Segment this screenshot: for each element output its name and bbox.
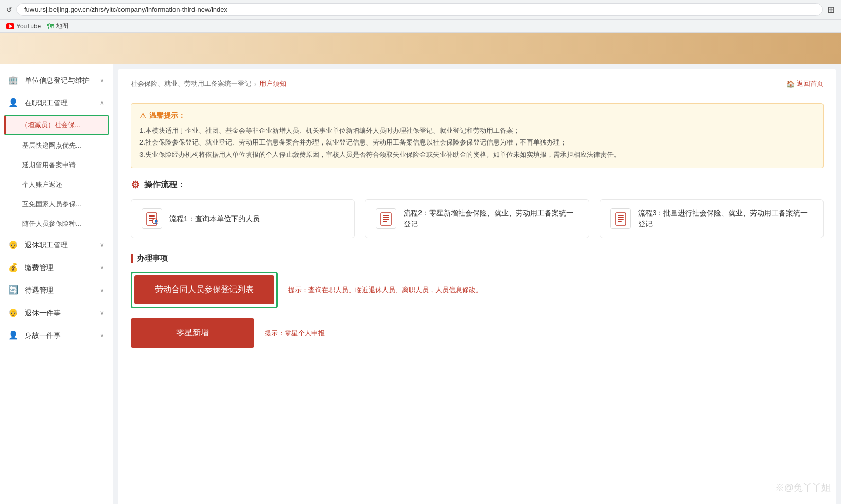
breadcrumb-home[interactable]: 🏠 返回首页 — [786, 79, 824, 88]
contract-list-hint: 提示：查询在职人员、临近退休人员、离职人员，人员信息修改。 — [288, 285, 482, 295]
operation-flow-icon: ⚙ — [131, 178, 140, 191]
flow-card-1[interactable]: 👤 流程1：查询本单位下的人员 — [131, 199, 355, 238]
pension-management-icon: 🔄 — [8, 285, 19, 294]
browser-chrome: ↺ fuwu.rsj.beijing.gov.cn/zhrs/yltc/comp… — [0, 0, 841, 20]
sidebar-section-unit-info-arrow: ∨ — [100, 77, 104, 84]
sidebar-section-pension-management-arrow: ∨ — [100, 286, 104, 294]
warning-title: ⚠ 温馨提示： — [139, 111, 815, 120]
content-area: 社会保险、就业、劳动用工备案统一登记 › 用户须知 🏠 返回首页 ⚠ 温馨提示：… — [118, 69, 836, 504]
youtube-icon — [6, 23, 14, 29]
sidebar-section-retired-employee-label: 退休职工管理 — [25, 241, 68, 249]
svg-rect-14 — [618, 219, 624, 220]
sidebar-item-personal-account[interactable]: 个人账户返还 — [0, 175, 113, 194]
death-matter-icon: 👤 — [8, 331, 19, 339]
sidebar-section-retirement-matter-label: 退休一件事 — [25, 309, 61, 317]
flow-card-3[interactable]: 流程3：批量进行社会保险、就业、劳动用工备案统一登记 — [600, 199, 824, 238]
main-layout: 🏢 单位信息登记与维护 ∨ 👤 在职职工管理 ∧ （增减员）社会保... 基层快… — [0, 64, 841, 504]
operation-flow-title-text: 操作流程： — [144, 179, 185, 190]
warning-body: 1.本模块适用于企业、社团、基金会等非企业新增人员、机关事业单位新增编外人员时办… — [139, 124, 815, 160]
contract-list-border: 劳动合同人员参保登记列表 — [131, 272, 278, 308]
sidebar-section-unit-info[interactable]: 🏢 单位信息登记与维护 ∨ — [0, 69, 113, 92]
sidebar-item-mutual-exempt[interactable]: 互免国家人员参保... — [0, 194, 113, 214]
sidebar-section-fee-management-label: 缴费管理 — [25, 263, 54, 272]
sidebar-item-accompanying[interactable]: 随任人员参保险种... — [0, 214, 113, 233]
sidebar-section-pension-management-label: 待遇管理 — [25, 286, 54, 294]
sidebar-item-accompanying-label: 随任人员参保险种... — [22, 220, 81, 227]
sidebar-item-grassroots-label: 基层快递网点优先... — [22, 141, 81, 149]
svg-rect-12 — [618, 215, 624, 216]
sidebar-item-delayed-label: 延期留用备案申请 — [22, 161, 76, 169]
map-label: 地图 — [56, 22, 68, 30]
reload-icon[interactable]: ↺ — [6, 6, 12, 14]
sidebar-section-death-matter-label: 身故一件事 — [25, 331, 61, 339]
sidebar-item-personal-account-label: 个人账户返还 — [22, 181, 62, 188]
map-icon: 🗺 — [47, 22, 54, 30]
svg-rect-10 — [383, 221, 387, 222]
flow-card-2-text: 流程2：零星新增社会保险、就业、劳动用工备案统一登记 — [404, 208, 578, 229]
sidebar-section-death-matter[interactable]: 👤 身故一件事 ∨ — [0, 324, 113, 347]
svg-text:👤: 👤 — [154, 219, 159, 224]
zero-add-hint: 提示：零星个人申报 — [265, 329, 325, 338]
warning-line-2: 2.社会保险参保登记、就业登记、劳动用工信息备案合并办理，就业登记信息、劳动用工… — [139, 136, 815, 148]
header-banner — [0, 33, 841, 64]
operation-flow-title: ⚙ 操作流程： — [131, 178, 824, 191]
sidebar-item-mutual-exempt-label: 互免国家人员参保... — [22, 200, 81, 208]
bookmark-map[interactable]: 🗺 地图 — [47, 22, 68, 30]
sidebar-item-increase-decrease[interactable]: （增减员）社会保... — [4, 115, 109, 135]
bookmark-youtube[interactable]: YouTube — [6, 23, 41, 30]
svg-rect-7 — [383, 215, 389, 216]
bookmarks-bar: YouTube 🗺 地图 — [0, 20, 841, 33]
active-employee-icon: 👤 — [8, 98, 19, 107]
sidebar-section-active-employee[interactable]: 👤 在职职工管理 ∧ — [0, 92, 113, 114]
retirement-matter-icon: 👴 — [8, 308, 19, 317]
warning-title-text: 温馨提示： — [149, 111, 185, 120]
flow-card-2[interactable]: 流程2：零星新增社会保险、就业、劳动用工备案统一登记 — [365, 199, 589, 238]
sidebar-item-increase-decrease-label: （增减员）社会保... — [21, 121, 80, 129]
home-label: 返回首页 — [797, 79, 824, 88]
sidebar-section-pension-management[interactable]: 🔄 待遇管理 ∨ — [0, 279, 113, 301]
breadcrumb-left: 社会保险、就业、劳动用工备案统一登记 › 用户须知 — [131, 79, 286, 88]
svg-rect-8 — [383, 217, 389, 218]
zero-add-row: 零星新增 提示：零星个人申报 — [131, 318, 824, 348]
svg-rect-13 — [618, 217, 624, 218]
home-icon: 🏠 — [786, 80, 795, 88]
sidebar: 🏢 单位信息登记与维护 ∨ 👤 在职职工管理 ∧ （增减员）社会保... 基层快… — [0, 64, 113, 504]
breadcrumb-current[interactable]: 用户须知 — [259, 79, 286, 88]
sidebar-section-retirement-matter-arrow: ∨ — [100, 309, 104, 316]
sidebar-section-unit-info-label: 单位信息登记与维护 — [25, 76, 90, 84]
contract-list-row: 劳动合同人员参保登记列表 提示：查询在职人员、临近退休人员、离职人员，人员信息修… — [131, 272, 824, 308]
flow-card-1-icon: 👤 — [142, 208, 162, 229]
retired-employee-icon: 👴 — [8, 240, 19, 249]
extension-icon: ⊞ — [827, 4, 835, 15]
flow-cards: 👤 流程1：查询本单位下的人员 流程2：零星新增社会保险、就业、劳动用工备案统一… — [131, 199, 824, 238]
flow-card-3-icon — [610, 208, 631, 229]
unit-info-icon: 🏢 — [8, 76, 19, 84]
breadcrumb-separator: › — [254, 80, 256, 88]
sidebar-section-active-employee-arrow: ∧ — [100, 99, 104, 106]
warning-line-3: 3.失业保险经办机构将依据用人单位填报的个人停止缴费原因，审核人员是否符合领取失… — [139, 149, 815, 160]
office-section-title: 办理事项 — [131, 254, 824, 263]
svg-rect-1 — [149, 215, 155, 217]
flow-card-1-text: 流程1：查询本单位下的人员 — [169, 213, 260, 224]
youtube-label: YouTube — [16, 23, 41, 30]
sidebar-section-fee-management[interactable]: 💰 缴费管理 ∨ — [0, 256, 113, 279]
contract-list-button[interactable]: 劳动合同人员参保登记列表 — [134, 275, 274, 304]
fee-management-icon: 💰 — [8, 263, 19, 272]
sidebar-section-retirement-matter[interactable]: 👴 退休一件事 ∨ — [0, 301, 113, 324]
svg-rect-15 — [618, 221, 622, 222]
zero-add-button[interactable]: 零星新增 — [131, 318, 254, 348]
sidebar-section-retired-employee[interactable]: 👴 退休职工管理 ∨ — [0, 233, 113, 256]
url-bar[interactable]: fuwu.rsj.beijing.gov.cn/zhrs/yltc/compan… — [16, 3, 823, 16]
svg-rect-9 — [383, 219, 389, 220]
flow-card-3-text: 流程3：批量进行社会保险、就业、劳动用工备案统一登记 — [638, 208, 813, 229]
office-section-title-text: 办理事项 — [137, 254, 168, 263]
warning-box: ⚠ 温馨提示： 1.本模块适用于企业、社团、基金会等非企业新增人员、机关事业单位… — [131, 103, 824, 168]
sidebar-section-fee-management-arrow: ∨ — [100, 264, 104, 271]
sidebar-item-grassroots[interactable]: 基层快递网点优先... — [0, 136, 113, 155]
warning-line-1: 1.本模块适用于企业、社团、基金会等非企业新增人员、机关事业单位新增编外人员时办… — [139, 124, 815, 136]
sidebar-item-delayed[interactable]: 延期留用备案申请 — [0, 155, 113, 175]
sidebar-section-active-employee-label: 在职职工管理 — [25, 99, 68, 107]
breadcrumb: 社会保险、就业、劳动用工备案统一登记 › 用户须知 🏠 返回首页 — [131, 79, 824, 95]
sidebar-section-death-matter-arrow: ∨ — [100, 332, 104, 339]
sidebar-section-retired-employee-arrow: ∨ — [100, 241, 104, 248]
